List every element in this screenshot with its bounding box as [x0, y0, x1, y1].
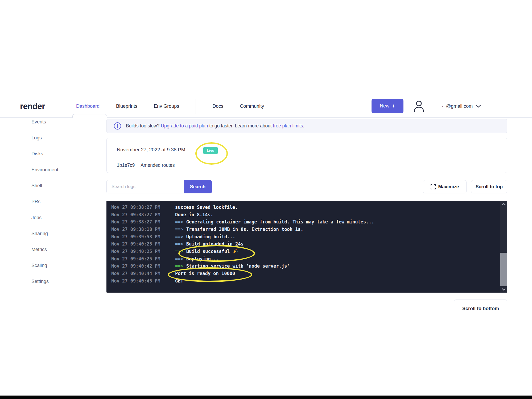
info-icon	[114, 122, 121, 130]
log-timestamp: Nov 27 09:40:25 PM	[111, 249, 175, 254]
deploy-card: November 27, 2022 at 9:38 PM Live 1b1e7c…	[106, 138, 507, 173]
search-button[interactable]: Search	[184, 180, 212, 193]
log-timestamp: Nov 27 09:40:25 PM	[111, 256, 175, 261]
account-menu[interactable]: · @gmail.com	[442, 95, 481, 117]
top-navbar: render Dashboard Blueprints Env Groups D…	[0, 95, 532, 118]
new-button-label: New	[380, 103, 389, 109]
log-message: Uploading build...	[186, 234, 235, 239]
nav-link-dashboard[interactable]: Dashboard	[76, 103, 100, 109]
log-message: Build uploaded in 24s	[186, 241, 244, 247]
scroll-to-top-label: Scroll to top	[476, 184, 503, 190]
log-arrow: ==>	[175, 241, 183, 247]
log-message: Transferred 38MB in 8s. Extraction took …	[186, 227, 303, 232]
log-message: Deploying...	[186, 256, 219, 261]
sidebar-item-disks[interactable]: Disks	[31, 151, 58, 157]
nav-divider	[196, 99, 196, 114]
sidebar-item-metrics[interactable]: Metrics	[31, 247, 58, 252]
scroll-to-top-button[interactable]: Scroll to top	[471, 180, 507, 193]
bottom-black-bar	[0, 396, 532, 399]
log-arrow: ==>	[175, 234, 183, 239]
log-message: GET	[175, 278, 183, 284]
upgrade-banner: Builds too slow? Upgrade to a paid plan …	[106, 119, 507, 133]
log-timestamp: Nov 27 09:40:45 PM	[111, 278, 175, 284]
log-message: Build successful	[186, 249, 230, 254]
banner-text-2: to go faster. Learn more about	[208, 123, 273, 128]
sidebar-item-shell[interactable]: Shell	[31, 183, 58, 189]
nav-link-blueprints[interactable]: Blueprints	[116, 103, 137, 109]
sidebar-item-environment[interactable]: Environment	[31, 167, 58, 173]
nav-link-community[interactable]: Community	[240, 103, 264, 109]
new-button[interactable]: New +	[372, 99, 403, 113]
maximize-icon	[431, 184, 436, 189]
sidebar-item-jobs[interactable]: Jobs	[31, 215, 58, 221]
log-message: Done in 8.14s.	[175, 212, 213, 217]
commit-hash-link[interactable]: 1b1e7c9	[117, 163, 135, 168]
account-email: @gmail.com	[446, 103, 473, 109]
scrollbar-thumb[interactable]	[500, 253, 507, 286]
log-message: Port is ready on 10000	[175, 271, 235, 276]
account-prefix: ·	[442, 103, 443, 109]
log-line: Nov 27 09:38:27 PM==>Generating containe…	[111, 218, 496, 226]
render-logo[interactable]: render	[20, 95, 45, 117]
log-line: Nov 27 09:38:27 PMsuccess Saved lockfile…	[111, 203, 496, 211]
sidebar-item-sharing[interactable]: Sharing	[31, 231, 58, 236]
nav-link-docs[interactable]: Docs	[212, 103, 223, 109]
log-timestamp: Nov 27 09:38:27 PM	[111, 205, 175, 210]
log-line: Nov 27 09:40:25 PM==>Build uploaded in 2…	[111, 240, 496, 248]
live-status-badge: Live	[203, 147, 218, 154]
log-arrow: ==>	[175, 227, 183, 232]
search-logs-input[interactable]	[106, 180, 184, 193]
sidebar-item-events[interactable]: Events	[31, 119, 58, 125]
party-popper-emoji	[232, 248, 238, 254]
log-message: Starting service with 'node server.js'	[186, 263, 290, 269]
commit-message: Amended routes	[141, 163, 175, 168]
upgrade-plan-link[interactable]: Upgrade to a paid plan	[161, 123, 208, 128]
log-arrow: ==>	[175, 249, 183, 254]
log-line-port-ready: Nov 27 09:40:44 PMPort is ready on 10000	[111, 270, 496, 277]
log-arrow: ==>	[175, 263, 183, 269]
log-arrow: ==>	[175, 256, 183, 261]
plus-icon: +	[392, 103, 395, 109]
scroll-to-bottom-wrap: Scroll to bottom	[454, 300, 508, 311]
active-tab-indicator	[72, 114, 107, 118]
maximize-button[interactable]: Maximize	[423, 180, 467, 193]
commit-row: 1b1e7c9 Amended routes	[117, 163, 175, 168]
log-timestamp: Nov 27 09:40:42 PM	[111, 263, 175, 269]
log-line-build-successful: Nov 27 09:40:25 PM==>Build successful	[111, 248, 496, 255]
maximize-label: Maximize	[438, 184, 459, 190]
log-line: Nov 27 09:38:27 PMDone in 8.14s.	[111, 211, 496, 218]
log-timestamp: Nov 27 09:40:44 PM	[111, 271, 175, 276]
free-plan-limits-link[interactable]: free plan limits	[273, 123, 303, 128]
log-lines: Nov 27 09:38:27 PMsuccess Saved lockfile…	[111, 203, 496, 285]
log-line: Nov 27 09:40:42 PM==>Starting service wi…	[111, 263, 496, 270]
sidebar-item-logs[interactable]: Logs	[31, 135, 58, 141]
sidebar-item-settings[interactable]: Settings	[31, 279, 58, 284]
service-sidebar: Events Logs Disks Environment Shell PRs …	[31, 119, 58, 284]
log-timestamp: Nov 27 09:38:27 PM	[111, 212, 175, 217]
banner-text-3: .	[303, 123, 304, 128]
log-line: Nov 27 09:39:53 PM==>Uploading build...	[111, 233, 496, 240]
scrollbar-up-arrow[interactable]	[500, 201, 507, 207]
log-message: success Saved lockfile.	[175, 205, 238, 210]
log-timestamp: Nov 27 09:39:53 PM	[111, 234, 175, 239]
sidebar-item-prs[interactable]: PRs	[31, 199, 58, 205]
log-arrow: ==>	[175, 219, 183, 225]
deploy-date: November 27, 2022 at 9:38 PM	[117, 147, 185, 153]
terminal-scrollbar	[500, 201, 507, 293]
banner-text-1: Builds too slow?	[126, 123, 161, 128]
banner-text: Builds too slow? Upgrade to a paid plan …	[126, 123, 304, 129]
scrollbar-down-arrow[interactable]	[500, 287, 507, 292]
render-dashboard-page: render Dashboard Blueprints Env Groups D…	[0, 0, 532, 399]
sidebar-item-scaling[interactable]: Scaling	[31, 263, 58, 268]
log-message: Generating container image from build. T…	[186, 219, 374, 225]
log-timestamp: Nov 27 09:40:25 PM	[111, 241, 175, 247]
chevron-down-icon	[475, 105, 481, 108]
log-line: Nov 27 09:40:25 PM==>Deploying...	[111, 255, 496, 263]
scroll-to-bottom-button[interactable]: Scroll to bottom	[454, 300, 507, 311]
log-toolbar-right: Maximize Scroll to top	[423, 180, 507, 193]
nav-link-env-groups[interactable]: Env Groups	[154, 103, 179, 109]
log-line: Nov 27 09:40:45 PMGET	[111, 277, 496, 285]
user-avatar-icon[interactable]	[413, 100, 425, 113]
log-terminal: Nov 27 09:38:27 PMsuccess Saved lockfile…	[106, 201, 507, 293]
log-timestamp: Nov 27 09:38:27 PM	[111, 219, 175, 225]
